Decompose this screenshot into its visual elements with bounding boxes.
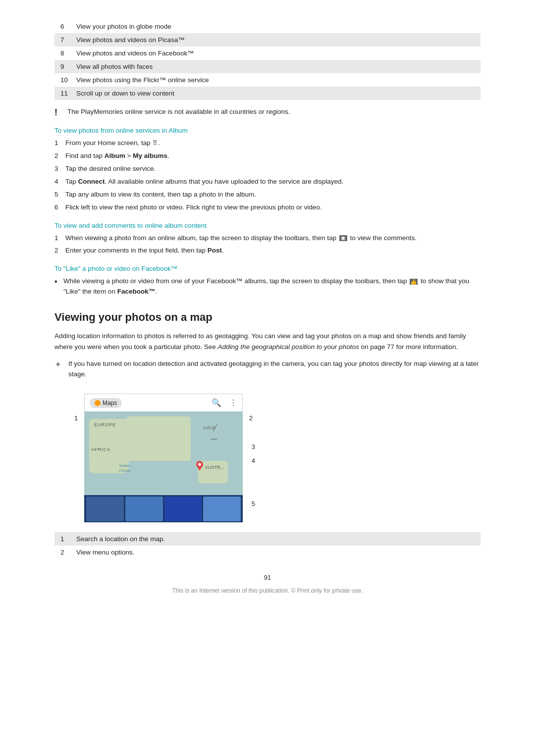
- photo-thumb: [86, 497, 124, 521]
- table-row: 8 View photos and videos on Facebook™: [54, 47, 481, 60]
- maps-dot-icon: [95, 400, 101, 406]
- maps-button: Maps: [90, 398, 122, 408]
- photo-thumb: [203, 497, 241, 521]
- list-item: 2 Enter your comments in the input field…: [54, 246, 481, 256]
- menu-icon: ⋮: [229, 398, 237, 407]
- table-row: 6 View your photos in globe mode: [54, 20, 481, 33]
- section-heading-comments: To view and add comments to online album…: [54, 222, 481, 229]
- bullet-icon: •: [54, 276, 63, 288]
- steps-online-photos: 1 From your Home screen, tap ⠿. 2 Find a…: [54, 138, 481, 213]
- footer: This is an Internet version of this publ…: [54, 587, 481, 594]
- list-item: 5 Tap any album to view its content, the…: [54, 190, 481, 200]
- comment-icon: ▣: [339, 235, 347, 241]
- list-item: 3 Tap the desired online service.: [54, 164, 481, 174]
- list-item: • While viewing a photo or video from on…: [54, 276, 481, 297]
- table-section: 6 View your photos in globe mode 7 View …: [54, 20, 481, 100]
- map-image: Maps 🔍 ⋮ ASIA EUROPE AFRICA: [84, 394, 243, 522]
- table-row: 11 Scroll up or down to view content: [54, 87, 481, 100]
- table-row: 10 View photos using the Flickr™ online …: [54, 73, 481, 87]
- list-item: 2 Find and tap Album > My albums.: [54, 151, 481, 161]
- map-callout-label-4: 4: [252, 457, 255, 464]
- list-item: 4 Tap Connect. All available online albu…: [54, 177, 481, 187]
- bullets-like: • While viewing a photo or video from on…: [54, 276, 481, 297]
- tip-text: If you have turned on location detection…: [68, 359, 481, 380]
- tip-box: ✦ If you have turned on location detecti…: [54, 359, 481, 380]
- page-content: 6 View your photos in globe mode 7 View …: [54, 0, 481, 624]
- list-item: 6 Flick left to view the next photo or v…: [54, 202, 481, 213]
- map-callout-table: 1 Search a location on the map. 2 View m…: [54, 532, 481, 559]
- note-box: ! The PlayMemories online service is not…: [54, 107, 481, 118]
- svg-line-3: [213, 424, 217, 431]
- table-row: 1 Search a location on the map.: [54, 532, 481, 546]
- map-callout-label-2: 2: [249, 414, 253, 422]
- map-callout-label-1: 1: [74, 414, 78, 422]
- photo-thumbnails: [84, 495, 243, 522]
- page-number: 91: [54, 574, 481, 581]
- map-callout-label-3: 3: [252, 443, 255, 451]
- body-para-map: Adding location information to photos is…: [54, 331, 481, 352]
- like-icon: 👍: [410, 279, 418, 285]
- map-top-bar: Maps 🔍 ⋮: [85, 394, 242, 412]
- tip-icon: ✦: [54, 359, 64, 370]
- steps-comments: 1 When viewing a photo from an online al…: [54, 233, 481, 256]
- list-item: 1 From your Home screen, tap ⠿.: [54, 138, 481, 149]
- table-row: 9 View all photos with faces: [54, 60, 481, 73]
- list-item: 1 When viewing a photo from an online al…: [54, 233, 481, 244]
- table-row: 2 View menu options.: [54, 546, 481, 559]
- map-callout-label-5: 5: [252, 500, 255, 507]
- section-heading-like: To "Like" a photo or video on Facebook™: [54, 265, 481, 272]
- note-text: The PlayMemories online service is not a…: [67, 107, 290, 117]
- map-image-container: 1 2 Maps 🔍 ⋮: [84, 394, 243, 522]
- warning-icon: !: [54, 107, 63, 118]
- map-body: ASIA EUROPE AFRICA IndianOcean AUSTR...: [84, 411, 243, 522]
- maps-label: Maps: [103, 400, 117, 406]
- search-icon: 🔍: [212, 398, 221, 407]
- photo-thumb: [164, 497, 202, 521]
- photo-thumb: [125, 497, 163, 521]
- section-title-map: Viewing your photos on a map: [54, 311, 481, 324]
- table-row: 7 View photos and videos on Picasa™: [54, 33, 481, 47]
- photo-strip: [84, 495, 243, 522]
- section-heading-online-photos: To view photos from online services in A…: [54, 127, 481, 134]
